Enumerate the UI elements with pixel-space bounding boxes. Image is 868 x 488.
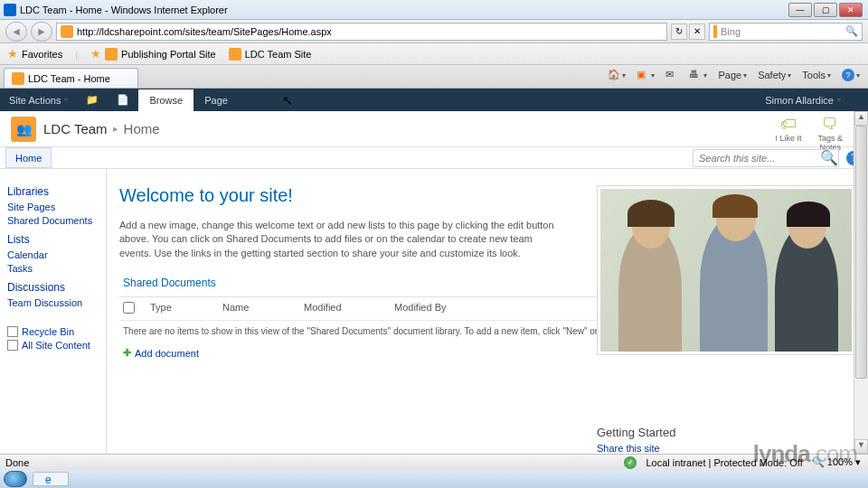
zoom-level-button[interactable]: 🔍 100% ▾ (812, 456, 861, 468)
tools-menu[interactable]: Tools▾ (799, 70, 834, 80)
taskbar-ie-button[interactable]: e (33, 472, 69, 486)
url-input[interactable] (77, 26, 663, 37)
security-zone-icon: ✓ (624, 456, 637, 469)
fav-link-ldc[interactable]: LDC Team Site (229, 48, 312, 61)
col-modified-by[interactable]: Modified By (394, 302, 485, 315)
site-icon (229, 48, 241, 61)
site-logo-icon[interactable]: 👥 (11, 117, 36, 142)
nav-link-site-pages[interactable]: Site Pages (7, 202, 99, 212)
mail-icon: ✉ (665, 69, 678, 81)
site-icon (105, 48, 118, 61)
mail-button[interactable]: ✉ (663, 69, 681, 81)
command-bar: 🏠▾ ▣▾ ✉ 🖶▾ Page▾ Safety▾ Tools▾ ?▾ (605, 69, 863, 81)
share-site-link[interactable]: Share this site (597, 443, 850, 454)
select-all-checkbox[interactable] (123, 302, 135, 314)
close-button[interactable]: ✕ (839, 3, 863, 17)
edit-icon: 📄 (117, 94, 129, 106)
print-button[interactable]: 🖶▾ (686, 69, 710, 81)
site-search[interactable]: 🔍 (693, 149, 839, 167)
tags-notes-button[interactable]: 🗨Tags & Notes (817, 115, 843, 152)
intro-text: Add a new image, change this welcome tex… (119, 219, 562, 260)
scroll-thumb[interactable] (855, 126, 867, 379)
site-search-input[interactable] (693, 153, 820, 164)
nav-link-shared-documents[interactable]: Shared Documents (7, 215, 99, 226)
col-checkbox[interactable] (123, 302, 150, 315)
like-button[interactable]: 🏷I Like It (775, 115, 801, 152)
refresh-button[interactable]: ↻ (671, 23, 687, 40)
quick-launch: Libraries Site Pages Shared Documents Li… (0, 169, 107, 454)
back-button[interactable]: ◄ (5, 22, 27, 42)
main-content: Welcome to your site! Add a new image, c… (107, 169, 868, 454)
getting-started-section: Getting Started Share this site (597, 426, 850, 454)
user-menu[interactable]: Simon Allardice▾ (765, 95, 841, 106)
getting-started-heading: Getting Started (597, 426, 850, 439)
ribbon-tab-page[interactable]: Page (193, 95, 239, 106)
search-button[interactable]: 🔍 (820, 149, 838, 166)
scroll-up-button[interactable]: ▲ (854, 111, 868, 126)
col-type[interactable]: Type (150, 302, 222, 315)
edit-page-button[interactable]: 📄 (108, 89, 138, 111)
site-actions-menu[interactable]: Site Actions▾ (0, 89, 77, 111)
nav-heading-discussions[interactable]: Discussions (7, 281, 99, 294)
status-text: Done (5, 457, 29, 468)
col-name[interactable]: Name (222, 302, 304, 315)
page-content: 👥 LDC Team ▸ Home 🏷I Like It 🗨Tags & Not… (0, 111, 868, 454)
tab-title: LDC Team - Home (28, 73, 110, 84)
safety-menu[interactable]: Safety▾ (755, 70, 794, 80)
page-menu[interactable]: Page▾ (715, 70, 750, 80)
bing-icon (713, 25, 717, 38)
nav-link-all-site-content[interactable]: All Site Content (7, 340, 99, 351)
windows-taskbar: e (0, 470, 868, 488)
navigate-up-button[interactable]: 📁 (77, 89, 108, 111)
minimize-button[interactable]: — (788, 3, 812, 17)
rss-icon: ▣ (637, 69, 649, 81)
note-icon: 🗨 (817, 115, 843, 134)
nav-link-tasks[interactable]: Tasks (7, 263, 99, 274)
browser-search-box[interactable]: 🔍 (709, 23, 863, 41)
forward-button[interactable]: ► (31, 22, 52, 42)
vertical-scrollbar[interactable]: ▲ ▼ (854, 111, 868, 454)
search-go-icon[interactable]: 🔍 (845, 25, 858, 37)
tag-icon: 🏷 (775, 115, 801, 134)
security-zone-text: Local intranet | Protected Mode: Off (646, 457, 802, 468)
status-bar: Done ✓ Local intranet | Protected Mode: … (0, 454, 868, 470)
start-button[interactable] (4, 471, 27, 487)
breadcrumb-page: Home (124, 121, 160, 136)
nav-heading-lists[interactable]: Lists (7, 233, 99, 246)
nav-heading-libraries[interactable]: Libraries (7, 185, 99, 198)
site-favicon (61, 25, 73, 38)
tab-strip: LDC Team - Home 🏠▾ ▣▾ ✉ 🖶▾ Page▾ Safety▾… (0, 65, 868, 89)
browser-search-input[interactable] (721, 26, 845, 37)
maximize-button[interactable]: ▢ (814, 3, 837, 17)
print-icon: 🖶 (689, 69, 702, 81)
stop-button[interactable]: ✕ (689, 23, 705, 40)
search-icon: 🔍 (820, 150, 838, 165)
breadcrumb-row: 👥 LDC Team ▸ Home 🏷I Like It 🗨Tags & Not… (0, 111, 868, 147)
breadcrumb-site[interactable]: LDC Team (43, 121, 108, 136)
browser-tab[interactable]: LDC Team - Home (4, 68, 138, 88)
plus-icon: ✚ (123, 347, 131, 359)
star-icon: ★ (7, 47, 18, 61)
ie-icon (4, 4, 16, 16)
ribbon-tab-browse[interactable]: Browse (138, 89, 193, 111)
home-icon: 🏠 (608, 69, 620, 81)
star-icon: ★ (90, 47, 101, 61)
scroll-down-button[interactable]: ▼ (854, 439, 868, 454)
window-title: LDC Team - Home - Windows Internet Explo… (20, 5, 228, 15)
feeds-button[interactable]: ▣▾ (634, 69, 657, 81)
nav-link-calendar[interactable]: Calendar (7, 249, 99, 260)
fav-link-publishing[interactable]: ★Publishing Portal Site (90, 47, 216, 61)
nav-link-team-discussion[interactable]: Team Discussion (7, 297, 99, 308)
favorites-button[interactable]: ★Favorites (7, 47, 62, 61)
topnav-home[interactable]: Home (5, 147, 52, 168)
home-button[interactable]: 🏠▾ (605, 69, 628, 81)
content-icon (7, 340, 18, 351)
address-bar[interactable] (56, 23, 667, 41)
favorites-bar: ★Favorites | ★Publishing Portal Site LDC… (0, 43, 868, 65)
help-button[interactable]: ?▾ (839, 69, 863, 81)
ie-icon: e (45, 474, 56, 484)
folder-up-icon: 📁 (86, 94, 99, 106)
team-photo (600, 189, 852, 352)
col-modified[interactable]: Modified (304, 302, 394, 315)
nav-link-recycle-bin[interactable]: Recycle Bin (7, 326, 99, 337)
